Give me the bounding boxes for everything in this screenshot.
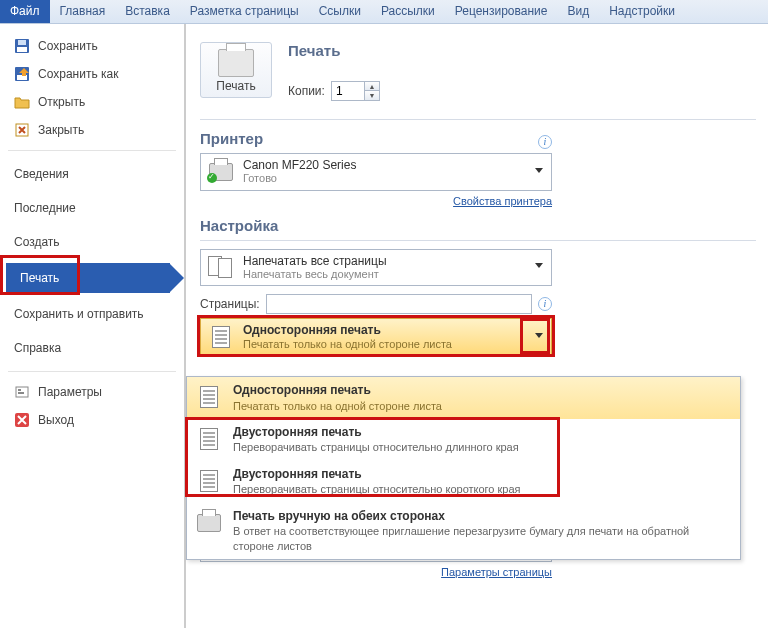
dd-sub: Переворачивать страницы относительно кор… <box>233 482 521 496</box>
sidebar-recent[interactable]: Последние <box>0 191 184 225</box>
dd-option-duplex-long[interactable]: Двусторонняя печать Переворачивать стран… <box>187 419 740 461</box>
tab-references[interactable]: Ссылки <box>309 0 371 23</box>
page-setup-link[interactable]: Параметры страницы <box>200 566 552 578</box>
sidebar-label: Открыть <box>38 95 85 109</box>
settings-heading: Настройка <box>200 217 756 234</box>
sidebar-label: Сохранить как <box>38 67 118 81</box>
dd-option-manual[interactable]: Печать вручную на обеих сторонах В ответ… <box>187 503 740 559</box>
dd-option-duplex-short[interactable]: Двусторонняя печать Переворачивать стран… <box>187 461 740 503</box>
ribbon: Файл Главная Вставка Разметка страницы С… <box>0 0 768 24</box>
printer-properties-link[interactable]: Свойства принтера <box>200 195 552 207</box>
sidebar-label: Печать <box>20 271 59 285</box>
tab-home[interactable]: Главная <box>50 0 116 23</box>
tab-insert[interactable]: Вставка <box>115 0 180 23</box>
sidebar-exit[interactable]: Выход <box>0 406 184 434</box>
sidebar-label: Параметры <box>38 385 102 399</box>
print-panel: Печать Печать Копии: ▲▼ Принтер i C <box>186 24 768 628</box>
tab-addins[interactable]: Надстройки <box>599 0 685 23</box>
dd-sub: В ответ на соответствующее приглашение п… <box>233 524 732 553</box>
close-icon <box>14 122 30 138</box>
svg-rect-2 <box>18 40 26 45</box>
combo-sub: Печатать только на одной стороне листа <box>243 338 527 351</box>
print-button-label: Печать <box>201 79 271 93</box>
svg-rect-1 <box>17 47 27 52</box>
sidebar-help[interactable]: Справка <box>0 331 184 365</box>
printer-name: Canon MF220 Series <box>243 158 527 172</box>
sidebar-save[interactable]: Сохранить <box>0 32 184 60</box>
dd-sub: Печатать только на одной стороне листа <box>233 399 442 413</box>
chevron-down-icon <box>535 333 543 341</box>
page-icon <box>207 325 235 349</box>
sidebar-save-as[interactable]: Сохранить как <box>0 60 184 88</box>
printer-heading: Принтер <box>200 130 538 147</box>
print-range-combo[interactable]: Напечатать все страницы Напечатать весь … <box>200 249 552 287</box>
page-flip-icon <box>195 425 223 453</box>
save-icon <box>14 38 30 54</box>
print-heading: Печать <box>288 42 380 59</box>
printer-device-icon <box>207 160 235 184</box>
dd-title: Двусторонняя печать <box>233 467 521 483</box>
sidebar-label: Сохранить <box>38 39 98 53</box>
sidebar-options[interactable]: Параметры <box>0 378 184 406</box>
info-icon[interactable]: i <box>538 135 552 149</box>
spin-down-icon[interactable]: ▼ <box>365 91 379 100</box>
svg-rect-7 <box>18 389 21 391</box>
pages-input[interactable] <box>266 294 532 314</box>
combo-title: Односторонняя печать <box>243 323 527 337</box>
pages-icon <box>207 255 235 279</box>
duplex-dropdown: Односторонняя печать Печатать только на … <box>186 376 741 560</box>
chevron-down-icon <box>535 168 543 176</box>
sidebar-save-send[interactable]: Сохранить и отправить <box>0 297 184 331</box>
dd-option-single[interactable]: Односторонняя печать Печатать только на … <box>187 377 740 419</box>
printer-combo[interactable]: Canon MF220 Series Готово <box>200 153 552 191</box>
page-icon <box>195 383 223 411</box>
sidebar-open[interactable]: Открыть <box>0 88 184 116</box>
dd-sub: Переворачивать страницы относительно дли… <box>233 440 519 454</box>
print-button[interactable]: Печать <box>200 42 272 98</box>
printer-manual-icon <box>195 509 223 537</box>
copies-input[interactable] <box>332 82 364 100</box>
tab-review[interactable]: Рецензирование <box>445 0 558 23</box>
open-icon <box>14 94 30 110</box>
copies-label: Копии: <box>288 84 325 98</box>
active-arrow-icon <box>170 264 184 292</box>
printer-icon <box>218 49 254 77</box>
exit-icon <box>14 412 30 428</box>
sidebar-info[interactable]: Сведения <box>0 157 184 191</box>
dd-title: Двусторонняя печать <box>233 425 519 441</box>
tab-mailings[interactable]: Рассылки <box>371 0 445 23</box>
tab-view[interactable]: Вид <box>557 0 599 23</box>
pages-label: Страницы: <box>200 297 260 311</box>
sidebar-close[interactable]: Закрыть <box>0 116 184 144</box>
spin-up-icon[interactable]: ▲ <box>365 82 379 91</box>
sidebar-new[interactable]: Создать <box>0 225 184 259</box>
combo-title: Напечатать все страницы <box>243 254 527 268</box>
duplex-combo[interactable]: Односторонняя печать Печатать только на … <box>200 318 552 356</box>
combo-sub: Напечатать весь документ <box>243 268 527 281</box>
chevron-down-icon <box>535 263 543 271</box>
dd-title: Односторонняя печать <box>233 383 442 399</box>
sidebar-label: Выход <box>38 413 74 427</box>
dd-title: Печать вручную на обеих сторонах <box>233 509 732 525</box>
page-flip-icon <box>195 467 223 495</box>
copies-spinner[interactable]: ▲▼ <box>331 81 380 101</box>
backstage-sidebar: Сохранить Сохранить как Открыть Закрыть … <box>0 24 186 628</box>
printer-status: Готово <box>243 172 527 185</box>
sidebar-label: Закрыть <box>38 123 84 137</box>
options-icon <box>14 384 30 400</box>
tab-file[interactable]: Файл <box>0 0 50 23</box>
sidebar-print-active[interactable]: Печать <box>6 263 184 293</box>
tab-page-layout[interactable]: Разметка страницы <box>180 0 309 23</box>
svg-rect-8 <box>18 392 24 394</box>
save-as-icon <box>14 66 30 82</box>
info-icon[interactable]: i <box>538 297 552 311</box>
